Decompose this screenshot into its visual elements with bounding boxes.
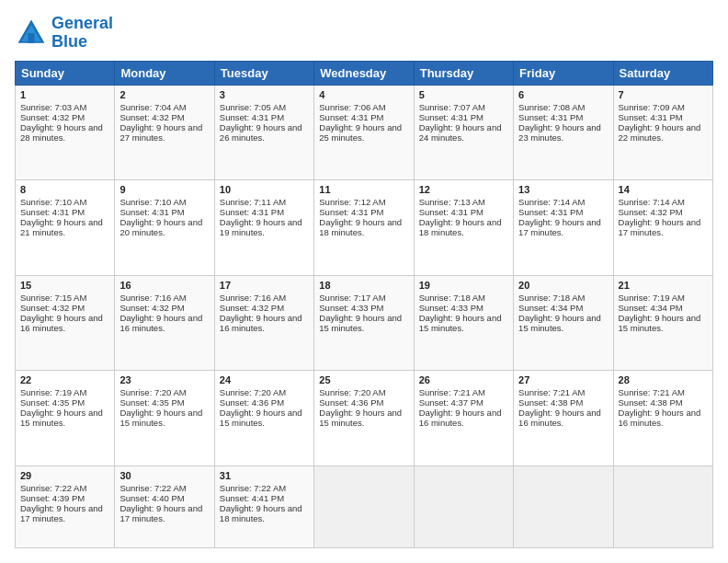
calendar-cell: 7Sunrise: 7:09 AMSunset: 4:31 PMDaylight… xyxy=(613,85,712,180)
sunset-text: Sunset: 4:34 PM xyxy=(518,303,583,313)
calendar-cell: 18Sunrise: 7:17 AMSunset: 4:33 PMDayligh… xyxy=(314,275,414,371)
sunset-text: Sunset: 4:41 PM xyxy=(220,493,284,503)
sunrise-text: Sunrise: 7:14 AM xyxy=(518,197,585,207)
daylight-text: Daylight: 9 hours and 23 minutes. xyxy=(518,122,601,143)
day-number: 24 xyxy=(220,374,309,385)
sunrise-text: Sunrise: 7:04 AM xyxy=(119,102,186,112)
calendar-cell: 4Sunrise: 7:06 AMSunset: 4:31 PMDaylight… xyxy=(314,85,414,180)
day-number: 21 xyxy=(619,280,708,291)
sunrise-text: Sunrise: 7:14 AM xyxy=(619,197,685,207)
sunset-text: Sunset: 4:31 PM xyxy=(20,207,85,217)
day-number: 16 xyxy=(119,280,209,291)
daylight-text: Daylight: 9 hours and 18 minutes. xyxy=(419,217,502,237)
calendar-cell: 15Sunrise: 7:15 AMSunset: 4:32 PMDayligh… xyxy=(16,275,115,371)
sunrise-text: Sunrise: 7:10 AM xyxy=(20,197,86,207)
calendar-cell: 30Sunrise: 7:22 AMSunset: 4:40 PMDayligh… xyxy=(115,465,214,547)
calendar-cell: 19Sunrise: 7:18 AMSunset: 4:33 PMDayligh… xyxy=(414,275,513,371)
calendar-cell: 24Sunrise: 7:20 AMSunset: 4:36 PMDayligh… xyxy=(214,371,313,466)
day-number: 23 xyxy=(119,374,209,385)
sunset-text: Sunset: 4:33 PM xyxy=(419,303,483,313)
calendar-cell: 2Sunrise: 7:04 AMSunset: 4:32 PMDaylight… xyxy=(115,85,214,180)
daylight-text: Daylight: 9 hours and 16 minutes. xyxy=(20,313,103,333)
calendar-cell: 10Sunrise: 7:11 AMSunset: 4:31 PMDayligh… xyxy=(214,180,313,276)
sunrise-text: Sunrise: 7:07 AM xyxy=(419,102,485,112)
sunset-text: Sunset: 4:34 PM xyxy=(619,303,683,313)
day-number: 30 xyxy=(119,470,209,481)
day-number: 1 xyxy=(20,89,109,100)
sunset-text: Sunset: 4:33 PM xyxy=(319,303,383,313)
header: General Blue xyxy=(15,15,713,52)
calendar-day-header: Tuesday xyxy=(214,61,313,85)
day-number: 28 xyxy=(619,374,708,385)
day-number: 17 xyxy=(220,280,309,291)
calendar-cell: 3Sunrise: 7:05 AMSunset: 4:31 PMDaylight… xyxy=(214,85,313,180)
sunset-text: Sunset: 4:31 PM xyxy=(518,112,583,122)
daylight-text: Daylight: 9 hours and 24 minutes. xyxy=(419,122,502,143)
daylight-text: Daylight: 9 hours and 20 minutes. xyxy=(119,217,202,237)
sunset-text: Sunset: 4:31 PM xyxy=(319,207,383,217)
daylight-text: Daylight: 9 hours and 17 minutes. xyxy=(119,503,202,523)
sunset-text: Sunset: 4:36 PM xyxy=(319,397,383,408)
svg-rect-2 xyxy=(28,33,34,43)
sunrise-text: Sunrise: 7:21 AM xyxy=(619,387,685,397)
sunrise-text: Sunrise: 7:20 AM xyxy=(319,387,385,397)
sunset-text: Sunset: 4:39 PM xyxy=(20,493,85,503)
daylight-text: Daylight: 9 hours and 17 minutes. xyxy=(518,217,601,237)
sunset-text: Sunset: 4:35 PM xyxy=(119,397,184,408)
sunset-text: Sunset: 4:31 PM xyxy=(419,112,483,122)
day-number: 26 xyxy=(419,374,508,385)
sunrise-text: Sunrise: 7:18 AM xyxy=(419,293,485,303)
calendar-cell xyxy=(414,465,513,547)
daylight-text: Daylight: 9 hours and 15 minutes. xyxy=(619,313,701,333)
daylight-text: Daylight: 9 hours and 27 minutes. xyxy=(119,122,202,143)
sunrise-text: Sunrise: 7:06 AM xyxy=(319,102,385,112)
calendar-cell: 22Sunrise: 7:19 AMSunset: 4:35 PMDayligh… xyxy=(16,371,115,466)
day-number: 14 xyxy=(619,184,708,195)
sunrise-text: Sunrise: 7:03 AM xyxy=(20,102,86,112)
logo-text: General Blue xyxy=(51,15,113,52)
day-number: 6 xyxy=(518,89,608,100)
calendar-cell: 26Sunrise: 7:21 AMSunset: 4:37 PMDayligh… xyxy=(414,371,513,466)
daylight-text: Daylight: 9 hours and 16 minutes. xyxy=(518,408,601,428)
calendar-day-header: Monday xyxy=(115,61,214,85)
daylight-text: Daylight: 9 hours and 15 minutes. xyxy=(220,408,302,428)
sunrise-text: Sunrise: 7:21 AM xyxy=(419,387,485,397)
day-number: 20 xyxy=(518,280,608,291)
sunset-text: Sunset: 4:31 PM xyxy=(220,112,284,122)
calendar-cell: 25Sunrise: 7:20 AMSunset: 4:36 PMDayligh… xyxy=(314,371,414,466)
day-number: 8 xyxy=(20,184,109,195)
sunrise-text: Sunrise: 7:08 AM xyxy=(518,102,585,112)
calendar-cell: 21Sunrise: 7:19 AMSunset: 4:34 PMDayligh… xyxy=(613,275,712,371)
daylight-text: Daylight: 9 hours and 18 minutes. xyxy=(220,503,302,523)
day-number: 2 xyxy=(119,89,209,100)
day-number: 31 xyxy=(220,470,309,481)
calendar-cell: 6Sunrise: 7:08 AMSunset: 4:31 PMDaylight… xyxy=(514,85,613,180)
daylight-text: Daylight: 9 hours and 15 minutes. xyxy=(518,313,601,333)
sunrise-text: Sunrise: 7:20 AM xyxy=(220,387,286,397)
sunset-text: Sunset: 4:31 PM xyxy=(119,207,184,217)
sunrise-text: Sunrise: 7:19 AM xyxy=(619,293,685,303)
calendar-cell: 29Sunrise: 7:22 AMSunset: 4:39 PMDayligh… xyxy=(16,465,115,547)
sunrise-text: Sunrise: 7:17 AM xyxy=(319,293,385,303)
daylight-text: Daylight: 9 hours and 17 minutes. xyxy=(20,503,103,523)
calendar-cell: 1Sunrise: 7:03 AMSunset: 4:32 PMDaylight… xyxy=(16,85,115,180)
calendar-day-header: Saturday xyxy=(613,61,712,85)
daylight-text: Daylight: 9 hours and 26 minutes. xyxy=(220,122,302,143)
day-number: 18 xyxy=(319,280,408,291)
sunset-text: Sunset: 4:40 PM xyxy=(119,493,184,503)
calendar-day-header: Wednesday xyxy=(314,61,414,85)
logo-icon xyxy=(15,17,48,50)
calendar-cell: 14Sunrise: 7:14 AMSunset: 4:32 PMDayligh… xyxy=(613,180,712,276)
day-number: 10 xyxy=(220,184,309,195)
daylight-text: Daylight: 9 hours and 17 minutes. xyxy=(619,217,701,237)
sunrise-text: Sunrise: 7:10 AM xyxy=(119,197,186,207)
calendar-cell: 8Sunrise: 7:10 AMSunset: 4:31 PMDaylight… xyxy=(16,180,115,276)
sunrise-text: Sunrise: 7:05 AM xyxy=(220,102,286,112)
sunset-text: Sunset: 4:36 PM xyxy=(220,397,284,408)
page: General Blue SundayMondayTuesdayWednesda… xyxy=(0,0,728,563)
sunrise-text: Sunrise: 7:22 AM xyxy=(20,483,86,493)
calendar-cell: 23Sunrise: 7:20 AMSunset: 4:35 PMDayligh… xyxy=(115,371,214,466)
day-number: 7 xyxy=(619,89,708,100)
day-number: 27 xyxy=(518,374,608,385)
sunset-text: Sunset: 4:32 PM xyxy=(20,112,85,122)
